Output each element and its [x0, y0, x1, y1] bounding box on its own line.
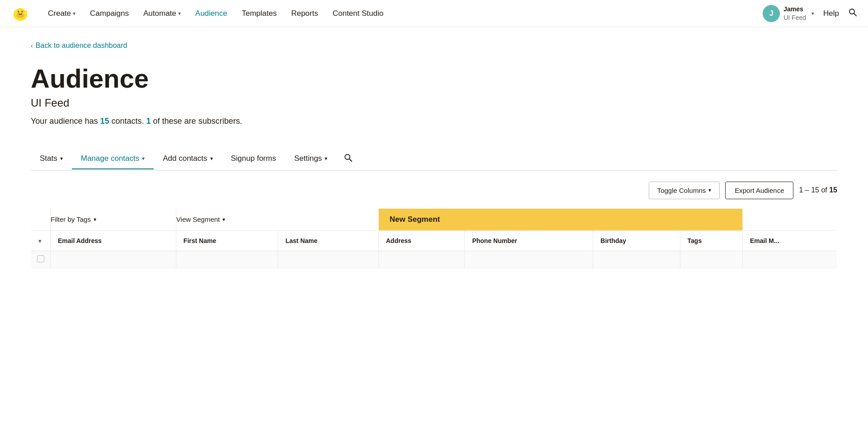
- row-checkbox-cell[interactable]: [31, 251, 51, 269]
- user-subtitle: UI Feed: [783, 14, 806, 22]
- sort-chevron-icon: ▾: [38, 238, 41, 244]
- user-chevron-icon: ▾: [811, 10, 814, 17]
- view-segment-chevron-icon: ▾: [222, 216, 225, 223]
- svg-line-13: [349, 159, 352, 161]
- nav-automate[interactable]: Automate ▾: [136, 5, 188, 22]
- nav-templates[interactable]: Templates: [235, 5, 284, 22]
- table-filter-row: Filter by Tags ▾ View Segment ▾ New Segm…: [31, 208, 837, 230]
- table-controls: Toggle Columns ▾ Export Audience 1 – 15 …: [31, 182, 837, 199]
- row-checkbox[interactable]: [37, 255, 44, 262]
- header-birthday[interactable]: Birthday: [593, 230, 680, 251]
- user-menu[interactable]: J James UI Feed ▾: [763, 5, 814, 22]
- audience-name: UI Feed: [31, 97, 837, 109]
- header-tags[interactable]: Tags: [680, 230, 742, 251]
- svg-point-3: [17, 13, 24, 18]
- filter-checkbox-cell: [31, 208, 51, 230]
- header-last-name[interactable]: Last Name: [278, 230, 378, 251]
- row-address: [378, 251, 465, 269]
- row-email: [51, 251, 176, 269]
- stats-chevron-icon: ▾: [60, 155, 63, 162]
- header-email-marketing[interactable]: Email M...: [742, 230, 837, 251]
- svg-point-9: [24, 10, 27, 14]
- row-phone: [465, 251, 593, 269]
- view-segment-cell[interactable]: View Segment ▾: [176, 208, 378, 230]
- table-area: Toggle Columns ▾ Export Audience 1 – 15 …: [31, 171, 837, 280]
- toolbar-stats[interactable]: Stats ▾: [31, 149, 72, 169]
- table-row[interactable]: [31, 251, 837, 269]
- table-header-row: ▾ Email Address First Name Last Name Add…: [31, 230, 837, 251]
- row-first-name: [176, 251, 278, 269]
- nav-content-studio[interactable]: Content Studio: [326, 5, 391, 22]
- nav-links: Create ▾ Campaigns Automate ▾ Audience T…: [41, 5, 763, 22]
- settings-chevron-icon: ▾: [325, 155, 327, 162]
- mailchimp-logo[interactable]: [11, 4, 30, 23]
- nav-create[interactable]: Create ▾: [41, 5, 83, 22]
- view-segment-button[interactable]: View Segment ▾: [176, 215, 225, 223]
- toggle-columns-button[interactable]: Toggle Columns ▾: [649, 182, 720, 199]
- subscribers-count: 1: [146, 117, 151, 126]
- row-tags: [680, 251, 742, 269]
- svg-point-8: [14, 10, 17, 14]
- top-navigation: Create ▾ Campaigns Automate ▾ Audience T…: [0, 0, 868, 27]
- create-chevron-icon: ▾: [73, 10, 75, 17]
- nav-campaigns[interactable]: Campaigns: [83, 5, 136, 22]
- toggle-cols-chevron-icon: ▾: [708, 187, 711, 193]
- svg-line-11: [854, 14, 857, 16]
- row-last-name: [278, 251, 378, 269]
- toolbar-manage-contacts[interactable]: Manage contacts ▾: [72, 149, 154, 169]
- new-segment-cell[interactable]: New Segment: [378, 208, 742, 230]
- header-address[interactable]: Address: [378, 230, 465, 251]
- pagination-info: 1 – 15 of 15: [799, 186, 837, 194]
- audience-toolbar: Stats ▾ Manage contacts ▾ Add contacts ▾…: [31, 148, 837, 171]
- add-contacts-chevron-icon: ▾: [210, 155, 213, 162]
- nav-audience[interactable]: Audience: [188, 5, 235, 22]
- toolbar-signup-forms[interactable]: Signup forms: [222, 149, 285, 169]
- row-email-marketing: [742, 251, 837, 269]
- nav-reports[interactable]: Reports: [284, 5, 326, 22]
- filter-tags-chevron-icon: ▾: [94, 216, 96, 223]
- row-birthday: [593, 251, 680, 269]
- back-arrow-icon: ‹: [31, 42, 33, 49]
- toolbar-search-icon[interactable]: [340, 148, 356, 170]
- search-icon[interactable]: [848, 8, 857, 19]
- help-link[interactable]: Help: [823, 9, 839, 18]
- avatar: J: [763, 5, 780, 22]
- manage-contacts-chevron-icon: ▾: [142, 155, 145, 162]
- contacts-table: Filter by Tags ▾ View Segment ▾ New Segm…: [31, 208, 837, 269]
- main-content: ‹ Back to audience dashboard Audience UI…: [0, 27, 868, 280]
- header-email-address[interactable]: Email Address: [51, 230, 176, 251]
- header-checkbox[interactable]: ▾: [31, 230, 51, 251]
- toolbar-add-contacts[interactable]: Add contacts ▾: [154, 149, 222, 169]
- page-title: Audience: [31, 64, 837, 93]
- audience-stats: Your audience has 15 contacts. 1 of thes…: [31, 117, 837, 126]
- header-first-name[interactable]: First Name: [176, 230, 278, 251]
- back-link[interactable]: ‹ Back to audience dashboard: [31, 42, 837, 50]
- topnav-right: J James UI Feed ▾ Help: [763, 5, 857, 22]
- user-name: James: [783, 5, 806, 13]
- export-audience-button[interactable]: Export Audience: [725, 182, 793, 199]
- header-phone-number[interactable]: Phone Number: [465, 230, 593, 251]
- filter-by-tags-button[interactable]: Filter by Tags ▾: [51, 215, 96, 223]
- toolbar-settings[interactable]: Settings ▾: [285, 149, 336, 169]
- automate-chevron-icon: ▾: [178, 10, 181, 17]
- contacts-count: 15: [100, 117, 109, 126]
- filter-by-tags-cell[interactable]: Filter by Tags ▾: [51, 208, 176, 230]
